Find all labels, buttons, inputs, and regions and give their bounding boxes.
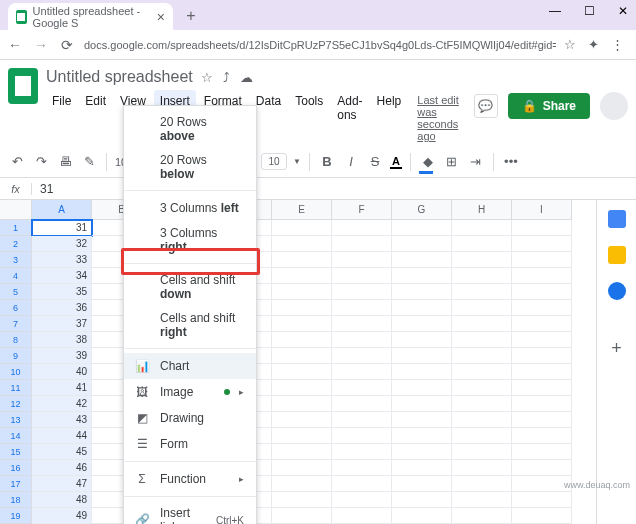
toolbar-more[interactable]: ••• (502, 153, 520, 171)
strikethrough-button[interactable]: S (366, 153, 384, 171)
cell[interactable] (452, 460, 512, 476)
browser-menu-icon[interactable]: ⋮ (611, 37, 624, 52)
paint-format-button[interactable]: ✎ (80, 153, 98, 171)
cell[interactable] (392, 412, 452, 428)
cell[interactable] (272, 428, 332, 444)
cell[interactable] (272, 236, 332, 252)
cell[interactable] (512, 300, 572, 316)
forward-button[interactable]: → (32, 37, 50, 53)
bookmark-icon[interactable]: ☆ (564, 37, 576, 52)
cell[interactable] (512, 220, 572, 236)
spreadsheet-grid[interactable]: ABCDEFGHI1312323334345356367378389391040… (0, 200, 596, 524)
minimize-button[interactable]: — (546, 4, 564, 18)
formula-input[interactable]: 31 (32, 182, 53, 196)
insert-columns-left[interactable]: 3 Columns left (124, 195, 256, 221)
cell[interactable] (332, 348, 392, 364)
cell[interactable] (512, 492, 572, 508)
add-addon-button[interactable]: + (611, 338, 622, 359)
cell[interactable] (392, 476, 452, 492)
cell[interactable] (272, 348, 332, 364)
cell[interactable] (392, 332, 452, 348)
insert-drawing[interactable]: ◩Drawing (124, 405, 256, 431)
insert-columns-right[interactable]: 3 Columns right (124, 221, 256, 259)
cell[interactable]: 49 (32, 508, 92, 524)
cell[interactable] (452, 348, 512, 364)
cell[interactable] (452, 300, 512, 316)
cell[interactable] (512, 412, 572, 428)
insert-cells-shift-down[interactable]: Cells and shift down (124, 268, 256, 306)
share-button[interactable]: 🔒 Share (508, 93, 590, 119)
borders-button[interactable]: ⊞ (443, 153, 461, 171)
keep-icon[interactable] (608, 246, 626, 264)
cell[interactable] (332, 380, 392, 396)
maximize-button[interactable]: ☐ (580, 4, 598, 18)
cell[interactable]: 43 (32, 412, 92, 428)
row-header[interactable]: 1 (0, 220, 32, 236)
cell[interactable] (332, 396, 392, 412)
row-header[interactable]: 18 (0, 492, 32, 508)
cell[interactable] (332, 508, 392, 524)
cell[interactable] (452, 316, 512, 332)
calendar-icon[interactable] (608, 210, 626, 228)
cell[interactable]: 39 (32, 348, 92, 364)
cell[interactable] (272, 476, 332, 492)
cell[interactable] (392, 380, 452, 396)
cell[interactable] (512, 316, 572, 332)
cell[interactable] (512, 268, 572, 284)
move-icon[interactable]: ⤴ (223, 70, 230, 85)
cell[interactable] (272, 364, 332, 380)
reload-button[interactable]: ⟳ (58, 37, 76, 53)
cell[interactable] (272, 300, 332, 316)
cell[interactable] (452, 444, 512, 460)
print-button[interactable]: 🖶 (56, 153, 74, 171)
tasks-icon[interactable] (608, 282, 626, 300)
cell[interactable]: 31 (32, 220, 92, 236)
extensions-icon[interactable]: ✦ (588, 37, 599, 52)
row-header[interactable]: 4 (0, 268, 32, 284)
cell[interactable] (392, 460, 452, 476)
cell[interactable] (332, 268, 392, 284)
star-icon[interactable]: ☆ (201, 70, 213, 85)
cell[interactable] (512, 396, 572, 412)
cell[interactable] (452, 332, 512, 348)
cell[interactable] (512, 444, 572, 460)
cell[interactable] (452, 284, 512, 300)
cell[interactable] (392, 300, 452, 316)
row-header[interactable]: 6 (0, 300, 32, 316)
insert-cells-shift-right[interactable]: Cells and shift right (124, 306, 256, 344)
cell[interactable] (332, 412, 392, 428)
cell[interactable] (332, 220, 392, 236)
cell[interactable] (452, 508, 512, 524)
cell[interactable] (272, 252, 332, 268)
cell[interactable] (272, 316, 332, 332)
cell[interactable] (512, 284, 572, 300)
row-header[interactable]: 11 (0, 380, 32, 396)
cell[interactable] (452, 220, 512, 236)
cell[interactable] (512, 252, 572, 268)
menu-tools[interactable]: Tools (289, 90, 329, 146)
cell[interactable] (332, 492, 392, 508)
cell[interactable] (272, 220, 332, 236)
cell[interactable]: 46 (32, 460, 92, 476)
row-header[interactable]: 14 (0, 428, 32, 444)
new-tab-button[interactable]: + (179, 4, 203, 28)
cell[interactable]: 42 (32, 396, 92, 412)
insert-function[interactable]: ΣFunction▸ (124, 466, 256, 492)
undo-button[interactable]: ↶ (8, 153, 26, 171)
row-header[interactable]: 2 (0, 236, 32, 252)
merge-button[interactable]: ⇥ (467, 153, 485, 171)
cell[interactable] (452, 396, 512, 412)
cell[interactable]: 33 (32, 252, 92, 268)
cell[interactable] (452, 492, 512, 508)
bold-button[interactable]: B (318, 153, 336, 171)
cell[interactable] (512, 428, 572, 444)
redo-button[interactable]: ↷ (32, 153, 50, 171)
insert-image[interactable]: 🖼Image▸ (124, 379, 256, 405)
cell[interactable] (392, 348, 452, 364)
cell[interactable] (452, 252, 512, 268)
cell[interactable]: 35 (32, 284, 92, 300)
close-tab-icon[interactable]: × (157, 9, 165, 25)
cell[interactable]: 44 (32, 428, 92, 444)
text-color-button[interactable]: A (390, 155, 402, 169)
cell[interactable] (392, 364, 452, 380)
